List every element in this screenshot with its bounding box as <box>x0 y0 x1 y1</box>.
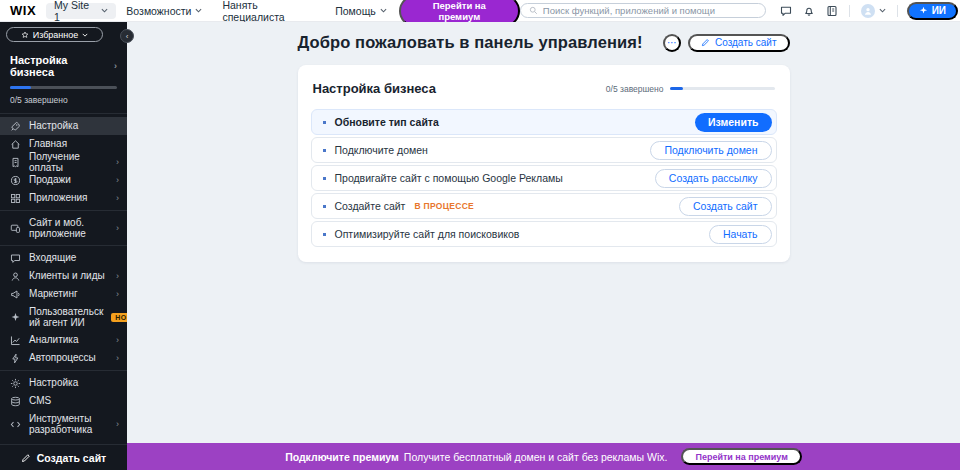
sidebar-item-настройка[interactable]: Настройка <box>0 374 127 392</box>
pencil-icon <box>701 38 710 47</box>
lightning-icon <box>10 353 21 364</box>
sparkle-icon <box>919 6 928 15</box>
chevron-right-icon: › <box>116 289 119 299</box>
sidebar-item-клиенты-и-лиды[interactable]: Клиенты и лиды› <box>0 267 127 285</box>
chevron-right-icon: › <box>116 157 119 167</box>
receipt-icon <box>10 157 21 168</box>
search-bar[interactable] <box>520 3 766 18</box>
task-row[interactable]: Продвигайте сайт с помощью Google Реклам… <box>311 165 777 191</box>
sidebar-item-маркетинг[interactable]: Маркетинг› <box>0 285 127 303</box>
sidebar-item-label: Автопроцессы <box>29 352 108 364</box>
setup-title: Настройка бизнеса <box>10 54 114 78</box>
task-row[interactable]: Подключите доменПодключить домен <box>311 137 777 163</box>
task-label: Продвигайте сайт с помощью Google Реклам… <box>335 172 563 184</box>
banner-text: Получите бесплатный домен и сайт без рек… <box>404 451 668 463</box>
task-label: Создайте сайт <box>335 200 406 212</box>
sidebar-item-пользовательск[interactable]: Пользовательский агент ИИНОВИНКА <box>0 303 127 331</box>
site-selector-label: My Site 1 <box>54 0 96 23</box>
top-nav-item[interactable]: Помощь <box>325 5 397 17</box>
task-action-button[interactable]: Создать сайт <box>679 197 772 216</box>
task-action-button[interactable]: Подключить домен <box>650 141 771 160</box>
top-nav-label: Возможности <box>126 5 191 17</box>
pencil-icon <box>21 453 31 463</box>
sidebar-item-приложения[interactable]: Приложения› <box>0 189 127 207</box>
megaphone-icon <box>10 289 21 300</box>
setup-progress-track <box>10 86 117 89</box>
sidebar-item-label: CMS <box>29 395 119 407</box>
wix-logo: WIX <box>10 3 36 18</box>
setup-progress-label: 0/5 завершено <box>10 95 117 105</box>
bullet-icon <box>323 121 326 124</box>
task-list: Обновите тип сайтаИзменитьПодключите дом… <box>311 109 777 247</box>
sidebar-item-cms[interactable]: CMS <box>0 392 127 410</box>
chevron-down-icon <box>101 8 108 13</box>
sidebar-item-входящие[interactable]: Входящие <box>0 249 127 267</box>
sidebar: Избранное Настройка бизнеса › 0/5 заверш… <box>0 22 127 470</box>
task-action-button[interactable]: Изменить <box>695 113 772 132</box>
task-action-button[interactable]: Начать <box>709 225 772 244</box>
chat-icon[interactable] <box>780 5 792 17</box>
account-menu[interactable] <box>861 4 886 18</box>
chart-icon <box>10 335 21 346</box>
sidebar-item-настройка[interactable]: Настройка <box>0 117 127 135</box>
bell-icon[interactable] <box>803 5 815 17</box>
devices-icon <box>10 223 21 234</box>
chevron-right-icon: › <box>116 335 119 345</box>
card-progress-fill <box>670 87 684 90</box>
card-progress-label: 0/5 завершено <box>606 84 664 94</box>
sidebar-item-label: Приложения <box>29 192 108 204</box>
sidebar-menu: НастройкаГлавнаяПолучение оплаты›Продажи… <box>0 117 127 438</box>
setup-progress-block[interactable]: Настройка бизнеса › 0/5 завершено <box>0 46 127 110</box>
sidebar-item-label: Продажи <box>29 174 108 186</box>
search-icon <box>529 6 538 15</box>
top-nav-item[interactable]: Возможности <box>116 5 212 17</box>
main-content: Добро пожаловать в панель управления! ⋯ … <box>298 22 790 262</box>
task-row[interactable]: Оптимизируйте сайт для поисковиковНачать <box>311 221 777 247</box>
task-row[interactable]: Создайте сайтВ ПРОЦЕССЕСоздать сайт <box>311 193 777 219</box>
search-input[interactable] <box>543 5 757 16</box>
chevron-right-icon: › <box>116 271 119 281</box>
banner-premium-button[interactable]: Перейти на премиум <box>681 448 801 465</box>
sidebar-create-site-label: Создать сайт <box>37 452 107 464</box>
app-shell: Избранное Настройка бизнеса › 0/5 заверш… <box>0 22 960 470</box>
sidebar-item-аналитика[interactable]: Аналитика› <box>0 331 127 349</box>
sparkle-icon <box>10 312 21 323</box>
rocket-icon <box>10 121 21 132</box>
site-selector[interactable]: My Site 1 <box>46 3 116 19</box>
task-action-button[interactable]: Создать рассылку <box>655 169 772 188</box>
bullet-icon <box>323 233 326 236</box>
ai-assistant-button[interactable]: ИИ <box>907 2 958 20</box>
top-nav-item[interactable]: Нанять специалиста <box>212 0 325 23</box>
avatar <box>861 4 875 18</box>
journal-icon[interactable] <box>826 5 838 17</box>
sidebar-item-label: Сайт и моб.приложение <box>29 217 108 240</box>
create-site-button[interactable]: Создать сайт <box>688 34 790 52</box>
top-bar: WIX My Site 1 ВозможностиНанять специали… <box>0 0 960 22</box>
sidebar-item-продажи[interactable]: Продажи› <box>0 171 127 189</box>
bullet-icon <box>323 149 326 152</box>
sidebar-item-label: Пользовательский агент ИИ <box>29 306 103 329</box>
ai-button-label: ИИ <box>932 5 946 16</box>
divider <box>0 245 127 246</box>
bullet-icon <box>323 177 326 180</box>
chevron-right-icon: › <box>116 353 119 363</box>
sidebar-item-автопроцессы[interactable]: Автопроцессы› <box>0 349 127 367</box>
divider <box>0 210 127 211</box>
top-nav-label: Помощь <box>335 5 376 17</box>
bullet-icon <box>323 205 326 208</box>
chevron-down-icon <box>82 33 88 37</box>
sidebar-item-label: Получение оплаты <box>29 151 108 174</box>
create-site-label: Создать сайт <box>715 37 777 48</box>
sidebar-item-инструменты[interactable]: Инструментыразработчика› <box>0 410 127 438</box>
business-setup-card: Настройка бизнеса 0/5 завершено Обновите… <box>298 65 790 262</box>
divider <box>0 113 127 114</box>
sidebar-item-получение-оплаты[interactable]: Получение оплаты› <box>0 153 127 171</box>
people-icon <box>10 271 21 282</box>
sidebar-create-site-button[interactable]: Создать сайт <box>0 444 127 470</box>
sidebar-collapse-button[interactable]: ‹ <box>120 29 134 43</box>
sidebar-item-сайт-и-моб-[interactable]: Сайт и моб.приложение› <box>0 214 127 242</box>
favorites-pill[interactable]: Избранное <box>6 27 103 42</box>
more-actions-button[interactable]: ⋯ <box>663 34 681 52</box>
task-row[interactable]: Обновите тип сайтаИзменить <box>311 109 777 135</box>
top-nav-label: Нанять специалиста <box>222 0 315 23</box>
